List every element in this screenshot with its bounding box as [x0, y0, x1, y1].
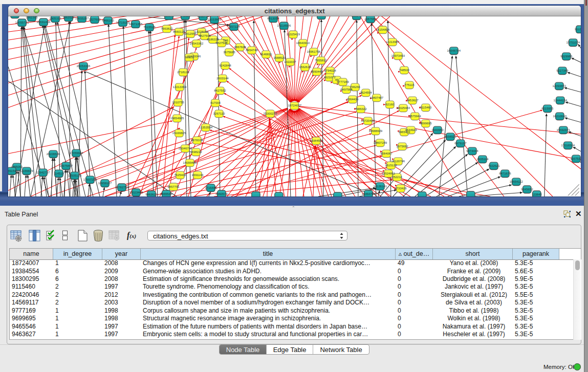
svg-text:12444154: 12444154: [553, 99, 567, 102]
svg-text:1663528: 1663528: [62, 16, 75, 19]
svg-text:1905313: 1905313: [49, 17, 61, 20]
svg-text:417004: 417004: [210, 101, 221, 104]
svg-text:123845: 123845: [532, 193, 542, 196]
svg-text:8990448: 8990448: [311, 70, 323, 73]
svg-text:748500: 748500: [399, 69, 410, 72]
svg-text:1691144: 1691144: [192, 173, 204, 177]
svg-text:10654112: 10654112: [510, 180, 524, 183]
svg-text:19384554: 19384554: [310, 139, 323, 142]
svg-text:16033809: 16033809: [208, 18, 222, 21]
svg-text:1453627: 1453627: [406, 99, 419, 102]
svg-text:16154808: 16154808: [376, 28, 390, 31]
svg-text:7955812: 7955812: [315, 59, 327, 62]
svg-text:10807487: 10807487: [370, 96, 384, 99]
svg-text:9777169: 9777169: [337, 80, 349, 83]
svg-text:10046798: 10046798: [179, 147, 192, 150]
svg-text:9463627: 9463627: [145, 193, 158, 196]
svg-text:7625402: 7625402: [174, 173, 186, 177]
svg-text:746266: 746266: [350, 85, 361, 89]
svg-text:13524861: 13524861: [382, 172, 396, 175]
svg-text:7515526: 7515526: [143, 26, 156, 29]
svg-text:9329966: 9329966: [560, 55, 573, 58]
svg-text:16782759: 16782759: [115, 186, 129, 189]
svg-text:9699695: 9699695: [420, 122, 432, 125]
svg-text:7986322: 7986322: [355, 107, 367, 111]
svg-text:7357224: 7357224: [228, 25, 240, 28]
svg-text:18807249: 18807249: [374, 141, 387, 144]
svg-text:6794028: 6794028: [324, 69, 336, 72]
svg-text:17957253: 17957253: [83, 178, 97, 181]
svg-text:11325419: 11325419: [287, 33, 300, 36]
svg-text:9827508: 9827508: [215, 41, 228, 45]
svg-text:10688609: 10688609: [369, 129, 383, 133]
svg-text:17359924: 17359924: [70, 151, 83, 155]
svg-text:8215955: 8215955: [541, 107, 554, 110]
svg-text:816044: 816044: [352, 16, 362, 17]
svg-text:252214: 252214: [392, 176, 403, 179]
svg-text:845121: 845121: [180, 16, 191, 17]
svg-text:9465546: 9465546: [160, 192, 172, 195]
svg-text:2718126: 2718126: [177, 71, 189, 74]
svg-text:5698222: 5698222: [190, 150, 202, 154]
svg-text:1112845: 1112845: [575, 28, 581, 31]
svg-text:10973493: 10973493: [391, 54, 405, 57]
svg-text:12505135: 12505135: [68, 174, 82, 177]
svg-text:10364755: 10364755: [362, 192, 376, 195]
svg-text:1562615: 1562615: [299, 65, 311, 69]
svg-text:15692971: 15692971: [556, 128, 570, 132]
svg-text:1527602: 1527602: [89, 18, 101, 21]
svg-text:9084067: 9084067: [380, 152, 393, 155]
svg-text:1975692: 1975692: [396, 145, 408, 148]
svg-text:16543362: 16543362: [190, 42, 204, 45]
svg-text:15751074: 15751074: [566, 41, 580, 44]
svg-text:19166825: 19166825: [172, 132, 186, 135]
svg-text:98901: 98901: [185, 56, 194, 59]
svg-text:6479197: 6479197: [454, 142, 467, 145]
svg-text:2087682: 2087682: [364, 17, 377, 20]
svg-text:9474444: 9474444: [466, 149, 478, 152]
svg-text:20053346: 20053346: [77, 64, 91, 68]
svg-text:9146821: 9146821: [260, 53, 272, 56]
svg-text:1962305: 1962305: [26, 16, 38, 19]
svg-text:14136141: 14136141: [374, 185, 387, 188]
svg-text:19654985: 19654985: [170, 117, 184, 120]
svg-text:1621072: 1621072: [323, 76, 336, 79]
svg-text:25300275: 25300275: [264, 112, 277, 115]
svg-text:12213369: 12213369: [173, 85, 187, 89]
svg-text:1615132: 1615132: [385, 164, 397, 167]
svg-text:9115460: 9115460: [420, 106, 432, 109]
svg-text:9227349: 9227349: [556, 69, 569, 72]
svg-text:8878334: 8878334: [191, 139, 203, 142]
svg-text:1167533: 1167533: [570, 157, 581, 160]
svg-text:8427552: 8427552: [214, 89, 226, 92]
svg-text:8660124: 8660124: [173, 30, 185, 33]
svg-text:13226058: 13226058: [195, 30, 209, 33]
svg-text:2364436: 2364436: [346, 98, 359, 101]
svg-text:114519: 114519: [54, 172, 64, 175]
svg-text:17016504: 17016504: [561, 144, 575, 147]
svg-text:8960574: 8960574: [215, 192, 228, 195]
svg-text:16120746: 16120746: [391, 160, 405, 163]
svg-text:11156829: 11156829: [20, 169, 33, 172]
svg-text:7663822: 7663822: [161, 27, 173, 30]
svg-text:20691406: 20691406: [37, 20, 51, 24]
svg-text:1640950: 1640950: [431, 128, 444, 132]
svg-text:11353594: 11353594: [199, 126, 213, 129]
svg-text:10719155: 10719155: [116, 21, 130, 24]
svg-text:16961758: 16961758: [307, 50, 321, 53]
svg-text:12023448: 12023448: [129, 191, 143, 194]
svg-text:8813054: 8813054: [267, 17, 279, 20]
svg-text:771632: 771632: [316, 16, 327, 17]
svg-text:8938923: 8938923: [444, 135, 456, 138]
svg-text:1455061: 1455061: [11, 165, 23, 168]
svg-text:1010755: 1010755: [172, 101, 184, 104]
svg-text:8471676: 8471676: [499, 172, 511, 175]
svg-text:2935114: 2935114: [476, 158, 489, 161]
svg-text:9575944: 9575944: [409, 115, 421, 118]
svg-text:14055721: 14055721: [15, 21, 29, 24]
svg-text:3267110: 3267110: [213, 112, 225, 115]
svg-text:10975867: 10975867: [59, 164, 73, 167]
svg-text:14099489: 14099489: [183, 161, 197, 164]
svg-text:16210643: 16210643: [553, 115, 567, 118]
svg-text:9245652: 9245652: [521, 188, 533, 191]
